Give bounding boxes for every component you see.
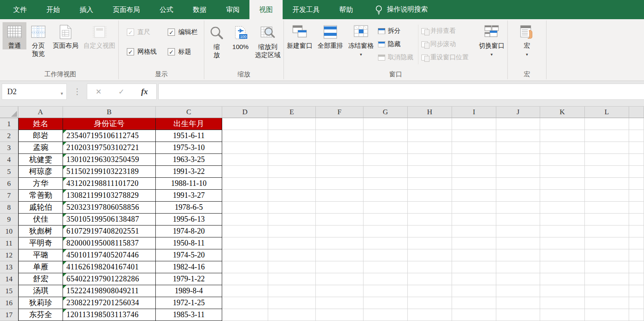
cell-D8[interactable] [222,202,268,214]
tab-文件[interactable]: 文件 [3,0,37,19]
cell-A5[interactable]: 柯琼彦 [18,166,63,178]
cell-K8[interactable] [540,202,585,214]
cell-E8[interactable] [268,202,316,214]
cell-B5[interactable]: 511502199103223189 [63,166,156,178]
switch-windows-button[interactable]: 切换窗口 ▾ [476,22,507,58]
cell-L13[interactable] [585,261,629,273]
cell-K9[interactable] [540,214,585,226]
row-header-17[interactable]: 17 [0,309,18,321]
cell-J1[interactable] [496,118,540,130]
row-header-7[interactable]: 7 [0,190,18,202]
cell-H14[interactable] [408,273,452,285]
cell-L10[interactable] [585,226,629,237]
column-header-G[interactable]: G [364,107,408,118]
cell-A4[interactable]: 杭健雯 [18,154,63,166]
cell-E12[interactable] [268,249,316,261]
tab-页面布局[interactable]: 页面布局 [103,0,150,19]
cell-F15[interactable] [316,285,364,297]
cell-partial-1[interactable] [629,118,644,130]
row-header-13[interactable]: 13 [0,261,18,273]
cell-B2[interactable]: 235407195106112745 [63,130,156,142]
cell-L3[interactable] [585,142,629,154]
column-header-partial[interactable] [629,107,644,118]
column-header-F[interactable]: F [316,107,364,118]
cell-B8[interactable]: 520323197806058856 [63,202,156,214]
cell-C6[interactable]: 1988-11-10 [156,178,222,190]
cell-G8[interactable] [364,202,408,214]
cell-K11[interactable] [540,237,585,249]
tab-开始[interactable]: 开始 [37,0,70,19]
cell-J2[interactable] [496,130,540,142]
cell-E15[interactable] [268,285,316,297]
cell-K1[interactable] [540,118,585,130]
cell-L6[interactable] [585,178,629,190]
cell-I6[interactable] [452,178,496,190]
cell-A12[interactable]: 平璐 [18,249,63,261]
cell-A11[interactable]: 平明奇 [18,237,63,249]
cell-K10[interactable] [540,226,585,237]
cell-I3[interactable] [452,142,496,154]
formula-input[interactable] [158,84,644,100]
cell-partial-3[interactable] [629,142,644,154]
cell-E14[interactable] [268,273,316,285]
cell-D10[interactable] [222,226,268,237]
cell-L8[interactable] [585,202,629,214]
cell-F11[interactable] [316,237,364,249]
cell-E4[interactable] [268,154,316,166]
cell-J15[interactable] [496,285,540,297]
cell-G10[interactable] [364,226,408,237]
cell-B12[interactable]: 450101197405207446 [63,249,156,261]
cell-G3[interactable] [364,142,408,154]
cell-C14[interactable]: 1979-1-22 [156,273,222,285]
name-box-dropdown-icon[interactable]: ▾ [60,85,63,101]
cell-C15[interactable]: 1989-8-4 [156,285,222,297]
cell-H1[interactable] [408,118,452,130]
cell-C3[interactable]: 1975-3-10 [156,142,222,154]
cell-C10[interactable]: 1974-8-20 [156,226,222,237]
cell-F9[interactable] [316,214,364,226]
cell-K3[interactable] [540,142,585,154]
cell-C5[interactable]: 1991-3-22 [156,166,222,178]
cell-J17[interactable] [496,309,540,321]
cell-partial-17[interactable] [629,309,644,321]
cell-E9[interactable] [268,214,316,226]
cell-H2[interactable] [408,130,452,142]
cell-B15[interactable]: 152224198908049211 [63,285,156,297]
cell-E6[interactable] [268,178,316,190]
cell-H13[interactable] [408,261,452,273]
cell-I5[interactable] [452,166,496,178]
cell-G11[interactable] [364,237,408,249]
split-button[interactable]: 拆分 [376,24,417,38]
gridlines-checkbox[interactable]: ✓ 网格线 [127,48,157,56]
cell-D13[interactable] [222,261,268,273]
tab-审阅[interactable]: 审阅 [216,0,249,19]
cell-J14[interactable] [496,273,540,285]
cell-F1[interactable] [316,118,364,130]
cell-partial-15[interactable] [629,285,644,297]
cell-F7[interactable] [316,190,364,202]
freeze-panes-button[interactable]: 冻结窗格 ▾ [346,22,376,58]
zoom-100-button[interactable]: 100 100% [229,22,252,51]
cell-K5[interactable] [540,166,585,178]
hide-button[interactable]: 隐藏 [376,38,417,51]
cell-A15[interactable]: 汤琪 [18,285,63,297]
column-header-E[interactable]: E [268,107,316,118]
cell-C11[interactable]: 1950-8-11 [156,237,222,249]
cell-K12[interactable] [540,249,585,261]
cell-G6[interactable] [364,178,408,190]
cell-F16[interactable] [316,297,364,309]
cell-I15[interactable] [452,285,496,297]
cell-D12[interactable] [222,249,268,261]
cell-H15[interactable] [408,285,452,297]
cell-I14[interactable] [452,273,496,285]
cell-L12[interactable] [585,249,629,261]
row-header-16[interactable]: 16 [0,297,18,309]
cell-J3[interactable] [496,142,540,154]
cell-C12[interactable]: 1974-5-20 [156,249,222,261]
cell-B9[interactable]: 350105199506138487 [63,214,156,226]
cell-H17[interactable] [408,309,452,321]
tab-插入[interactable]: 插入 [70,0,103,19]
cell-L14[interactable] [585,273,629,285]
tab-数据[interactable]: 数据 [183,0,216,19]
cell-I12[interactable] [452,249,496,261]
